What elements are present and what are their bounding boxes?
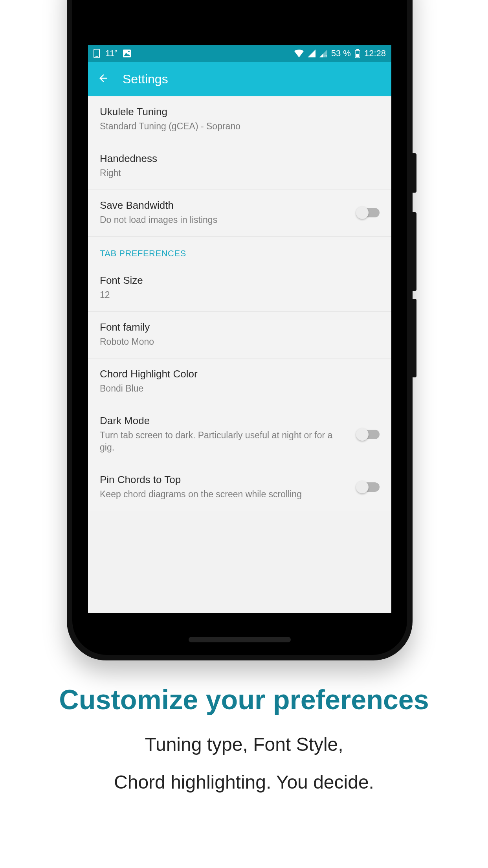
svg-rect-11 — [356, 54, 359, 57]
battery-icon — [355, 49, 360, 58]
svg-text:R: R — [325, 54, 327, 57]
row-subtitle: 12 — [100, 289, 380, 301]
save-bandwidth-switch[interactable] — [357, 208, 380, 217]
signal-icon — [308, 50, 316, 57]
marketing-line-1: Tuning type, Font Style, — [16, 735, 472, 754]
phone-screen: 11° R 53 % 12:28 — [88, 45, 391, 613]
row-ukulele-tuning[interactable]: Ukulele Tuning Standard Tuning (gCEA) - … — [88, 96, 391, 143]
row-subtitle: Keep chord diagrams on the screen while … — [100, 488, 345, 500]
row-dark-mode[interactable]: Dark Mode Turn tab screen to dark. Parti… — [88, 405, 391, 464]
row-font-size[interactable]: Font Size 12 — [88, 265, 391, 312]
dark-mode-switch[interactable] — [357, 430, 380, 439]
row-title: Font family — [100, 321, 380, 333]
row-save-bandwidth[interactable]: Save Bandwidth Do not load images in lis… — [88, 190, 391, 237]
status-time: 12:28 — [364, 48, 386, 59]
row-title: Chord Highlight Color — [100, 368, 380, 380]
marketing-headline: Customize your preferences — [16, 684, 472, 715]
phone-side-button — [413, 153, 416, 193]
row-subtitle: Turn tab screen to dark. Particularly us… — [100, 429, 345, 454]
battery-percent: 53 % — [331, 48, 351, 59]
marketing-copy: Customize your preferences Tuning type, … — [0, 684, 488, 811]
svg-marker-5 — [308, 50, 316, 57]
row-font-family[interactable]: Font family Roboto Mono — [88, 312, 391, 359]
svg-point-4 — [128, 51, 130, 52]
section-header-tab-preferences: TAB PREFERENCES — [88, 237, 391, 265]
settings-list[interactable]: Ukulele Tuning Standard Tuning (gCEA) - … — [88, 96, 391, 511]
status-bar: 11° R 53 % 12:28 — [88, 45, 391, 62]
row-title: Save Bandwidth — [100, 199, 345, 211]
row-subtitle: Standard Tuning (gCEA) - Soprano — [100, 120, 380, 132]
row-subtitle: Right — [100, 167, 380, 179]
row-pin-chords[interactable]: Pin Chords to Top Keep chord diagrams on… — [88, 464, 391, 511]
status-temperature: 11° — [105, 48, 117, 59]
phone-speaker-bottom — [189, 637, 291, 642]
row-title: Ukulele Tuning — [100, 106, 380, 118]
phone-side-button — [413, 299, 416, 377]
row-title: Dark Mode — [100, 415, 345, 427]
row-subtitle: Bondi Blue — [100, 383, 380, 395]
phone-portrait-icon — [94, 49, 100, 58]
app-bar: Settings — [88, 62, 391, 96]
row-title: Pin Chords to Top — [100, 474, 345, 486]
image-icon — [123, 49, 131, 58]
pin-chords-switch[interactable] — [357, 482, 380, 492]
signal-roaming-icon: R — [319, 50, 327, 57]
row-title: Font Size — [100, 274, 380, 287]
page-title: Settings — [123, 72, 168, 86]
svg-rect-1 — [95, 56, 98, 57]
row-subtitle: Do not load images in listings — [100, 214, 345, 226]
row-chord-highlight-color[interactable]: Chord Highlight Color Bondi Blue — [88, 359, 391, 405]
svg-marker-7 — [319, 53, 323, 57]
row-title: Handedness — [100, 153, 380, 165]
row-handedness[interactable]: Handedness Right — [88, 143, 391, 190]
back-arrow-icon[interactable] — [97, 72, 109, 86]
phone-side-button — [413, 212, 416, 291]
wifi-icon — [294, 50, 304, 57]
phone-frame: 11° R 53 % 12:28 — [67, 0, 413, 660]
marketing-line-2: Chord highlighting. You decide. — [16, 773, 472, 792]
row-subtitle: Roboto Mono — [100, 336, 380, 348]
